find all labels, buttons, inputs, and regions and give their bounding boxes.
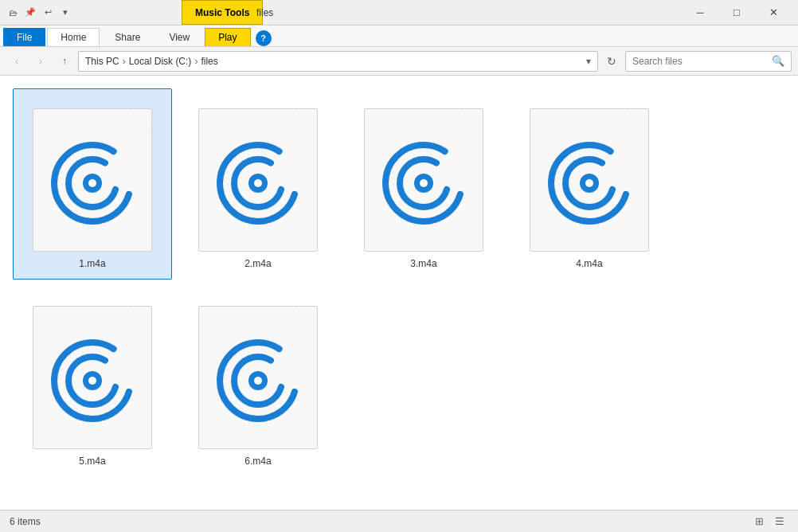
file-icon-wrap: [29, 100, 156, 252]
file-name: 5.m4a: [79, 456, 105, 467]
path-local-disk: Local Disk (C:): [129, 56, 192, 67]
file-name: 4.m4a: [576, 258, 602, 269]
file-name: 1.m4a: [79, 258, 105, 269]
svg-point-15: [585, 179, 593, 187]
file-page: [364, 108, 483, 252]
file-page: [198, 108, 318, 252]
ribbon-tabs: File Home Share View Play ?: [0, 25, 798, 46]
file-name: 3.m4a: [410, 258, 436, 269]
details-view-button[interactable]: ☰: [771, 513, 788, 530]
tab-share[interactable]: Share: [101, 28, 154, 46]
up-button[interactable]: ↑: [54, 51, 75, 72]
undo-icon[interactable]: ↩: [41, 6, 54, 19]
path-bar[interactable]: This PC › Local Disk (C:) › files ▾: [78, 51, 598, 72]
help-button[interactable]: ?: [256, 30, 272, 46]
path-dropdown-icon[interactable]: ▾: [586, 56, 591, 67]
path-sep-1: ›: [123, 56, 126, 67]
file-corner-fold: [626, 109, 648, 131]
close-button[interactable]: ✕: [755, 0, 792, 25]
large-icons-view-button[interactable]: ⊞: [750, 513, 768, 530]
title-icons: 🗁 📌 ↩ ▾: [6, 6, 72, 19]
music-tools-tab[interactable]: Music Tools: [182, 0, 263, 25]
file-icon-wrap: [194, 100, 322, 252]
file-item[interactable]: 4.m4a: [510, 88, 669, 280]
file-page: [530, 108, 649, 252]
file-page: [33, 306, 152, 449]
maximize-button[interactable]: □: [718, 0, 755, 25]
music-file-icon: [49, 139, 136, 227]
title-bar: 🗁 📌 ↩ ▾ Music Tools files ─ □ ✕: [0, 0, 798, 25]
file-name: 6.m4a: [244, 456, 271, 467]
svg-point-11: [420, 179, 428, 187]
music-file-icon: [546, 139, 633, 227]
address-bar: ‹ › ↑ This PC › Local Disk (C:) › files …: [0, 47, 798, 76]
svg-point-3: [88, 179, 96, 187]
search-icon: 🔍: [772, 55, 784, 67]
path-sep-2: ›: [194, 56, 198, 67]
item-count: 6 items: [10, 516, 41, 527]
path-this-pc: This PC: [85, 56, 119, 67]
file-item[interactable]: 5.m4a: [13, 286, 172, 477]
tab-home[interactable]: Home: [47, 28, 100, 46]
path-files: files: [201, 56, 217, 67]
file-name: 2.m4a: [244, 258, 271, 269]
search-bar[interactable]: 🔍: [625, 51, 792, 72]
file-icon-wrap: [194, 298, 322, 449]
ribbon: File Home Share View Play ?: [0, 25, 798, 47]
tab-play[interactable]: Play: [205, 28, 250, 46]
file-icon-wrap: [29, 298, 156, 449]
status-bar: 6 items ⊞ ☰: [0, 510, 798, 532]
file-corner-fold: [129, 109, 151, 131]
tab-view[interactable]: View: [155, 28, 203, 46]
tab-file[interactable]: File: [3, 28, 45, 46]
view-toggle: ⊞ ☰: [750, 513, 788, 530]
file-item[interactable]: 2.m4a: [178, 88, 338, 280]
file-corner-fold: [129, 307, 151, 329]
quick-access-icon[interactable]: 📌: [24, 6, 37, 19]
minimize-button[interactable]: ─: [682, 0, 718, 25]
file-page: [33, 108, 152, 252]
file-icon-wrap: [360, 100, 487, 252]
system-icon: 🗁: [6, 6, 19, 19]
svg-point-23: [254, 377, 262, 385]
title-filename: files: [256, 7, 273, 18]
file-corner-fold: [460, 109, 483, 131]
dropdown-icon[interactable]: ▾: [59, 6, 72, 19]
file-icon-wrap: [526, 100, 653, 252]
svg-point-19: [88, 377, 96, 385]
music-file-icon: [49, 337, 136, 424]
file-item[interactable]: 1.m4a: [13, 88, 172, 280]
file-corner-fold: [295, 109, 317, 131]
music-file-icon: [214, 139, 302, 227]
back-button[interactable]: ‹: [6, 51, 27, 72]
file-content-area: 1.m4a 2.m4a: [0, 76, 798, 510]
music-file-icon: [214, 337, 302, 424]
music-file-icon: [380, 139, 467, 227]
forward-button[interactable]: ›: [30, 51, 51, 72]
file-item[interactable]: 3.m4a: [344, 88, 503, 280]
refresh-button[interactable]: ↻: [601, 51, 622, 72]
file-item[interactable]: 6.m4a: [178, 286, 338, 477]
search-input[interactable]: [632, 56, 772, 67]
svg-point-7: [254, 179, 262, 187]
window-controls: ─ □ ✕: [682, 0, 792, 25]
file-page: [198, 306, 318, 449]
file-corner-fold: [295, 307, 317, 329]
